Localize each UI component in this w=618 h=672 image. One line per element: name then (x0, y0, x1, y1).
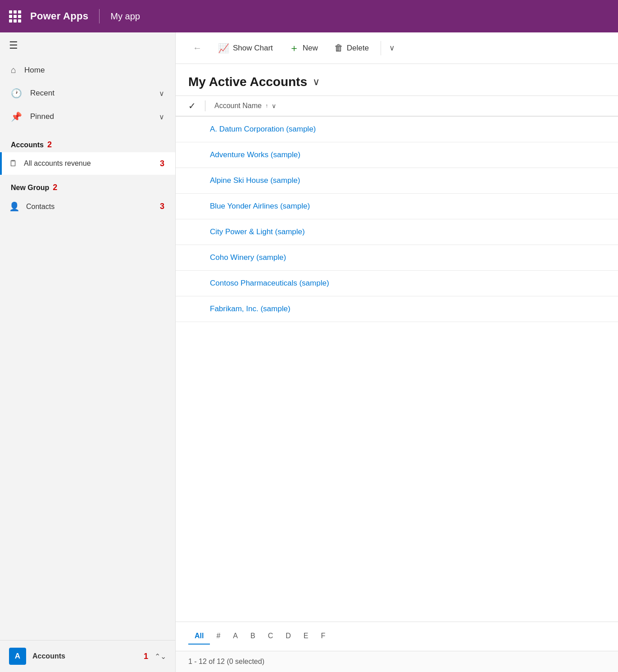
new-group-section: New Group 2 👤 Contacts 3 (0, 175, 175, 218)
sidebar-item-all-accounts-revenue[interactable]: 🗒 All accounts revenue 3 (0, 152, 175, 175)
accounts-section: Accounts 2 🗒 All accounts revenue 3 (0, 132, 175, 175)
all-accounts-badge: 3 (160, 159, 164, 168)
table-body: A. Datum Corporation (sample)Adventure W… (176, 117, 618, 622)
footer-badge: 1 (144, 652, 148, 661)
pagination-letter-d[interactable]: D (279, 628, 297, 645)
app-title: Power Apps (30, 10, 88, 22)
title-chevron-icon[interactable]: ∨ (313, 76, 320, 88)
show-chart-button[interactable]: 📈 Show Chart (212, 39, 279, 57)
pagination-letter-#[interactable]: # (210, 628, 227, 645)
accounts-badge: 2 (47, 140, 52, 150)
pinned-chevron-icon: ∨ (159, 113, 164, 121)
account-link[interactable]: Contoso Pharmaceuticals (sample) (210, 279, 329, 288)
accounts-section-title: Accounts 2 (0, 132, 175, 152)
recent-chevron-icon: ∨ (159, 89, 164, 98)
page-title: My Active Accounts (188, 75, 307, 89)
header-divider (99, 9, 100, 23)
contacts-label: Contacts (26, 203, 154, 211)
table-row[interactable]: City Power & Light (sample) (176, 219, 618, 245)
all-accounts-icon: 🗒 (9, 159, 18, 168)
table-row[interactable]: Blue Yonder Airlines (sample) (176, 194, 618, 219)
footer-account-label: Accounts (32, 652, 137, 660)
sub-title: My app (110, 11, 140, 22)
status-bar: 1 - 12 of 12 (0 selected) (176, 651, 618, 672)
table-row[interactable]: Alpine Ski House (sample) (176, 168, 618, 194)
contacts-badge: 3 (160, 202, 164, 211)
pagination-letter-a[interactable]: A (227, 628, 244, 645)
contacts-icon: 👤 (9, 201, 20, 212)
sidebar-item-pinned-label: Pinned (30, 112, 151, 121)
sort-ascending-icon: ↑ (265, 103, 268, 109)
show-chart-label: Show Chart (233, 44, 273, 53)
footer-chevron-icon: ⌃⌄ (154, 652, 166, 661)
account-link[interactable]: Fabrikam, Inc. (sample) (210, 304, 291, 313)
account-link[interactable]: A. Datum Corporation (sample) (210, 125, 316, 134)
account-link[interactable]: Blue Yonder Airlines (sample) (210, 202, 310, 211)
chevron-down-icon: ∨ (389, 43, 395, 53)
table-row[interactable]: Adventure Works (sample) (176, 142, 618, 168)
account-link[interactable]: Adventure Works (sample) (210, 150, 300, 159)
pagination-letter-all[interactable]: All (188, 628, 210, 645)
new-group-section-title: New Group 2 (0, 175, 175, 195)
sidebar-top: ☰ (0, 32, 175, 55)
sidebar-item-contacts[interactable]: 👤 Contacts 3 (0, 195, 175, 218)
table-row[interactable]: Contoso Pharmaceuticals (sample) (176, 271, 618, 296)
table-row[interactable]: Coho Winery (sample) (176, 245, 618, 271)
select-all-checkbox[interactable]: ✓ (188, 100, 196, 111)
back-button[interactable]: ← (186, 39, 208, 57)
sidebar-nav: ⌂ Home 🕐 Recent ∨ 📌 Pinned ∨ (0, 55, 175, 132)
top-header: Power Apps My app (0, 0, 618, 32)
sidebar-item-home-label: Home (24, 66, 164, 75)
table-row[interactable]: Fabrikam, Inc. (sample) (176, 296, 618, 322)
pagination-letter-e[interactable]: E (297, 628, 315, 645)
sort-icons: ↑ (265, 103, 268, 109)
page-title-bar: My Active Accounts ∨ (176, 64, 618, 95)
account-link[interactable]: Alpine Ski House (sample) (210, 176, 300, 185)
account-link[interactable]: City Power & Light (sample) (210, 227, 305, 236)
status-text: 1 - 12 of 12 (0 selected) (188, 658, 264, 665)
active-indicator (0, 152, 2, 175)
sidebar-footer: A Accounts 1 ⌃⌄ (0, 640, 175, 672)
column-divider (205, 100, 205, 111)
sort-chevron-icon: ∨ (272, 102, 276, 109)
sidebar: ☰ ⌂ Home 🕐 Recent ∨ 📌 Pinned ∨ Accounts … (0, 32, 176, 672)
delete-button[interactable]: 🗑 Delete (328, 39, 375, 57)
recent-icon: 🕐 (11, 88, 22, 99)
sidebar-item-home[interactable]: ⌂ Home (0, 59, 175, 82)
table-row[interactable]: A. Datum Corporation (sample) (176, 117, 618, 142)
footer-account-item[interactable]: A Accounts 1 ⌃⌄ (0, 640, 175, 672)
back-icon: ← (193, 43, 202, 53)
more-options-button[interactable]: ∨ (386, 40, 397, 56)
new-icon: ＋ (289, 41, 299, 55)
chart-icon: 📈 (218, 43, 229, 54)
new-button[interactable]: ＋ New (283, 38, 324, 59)
sidebar-item-recent[interactable]: 🕐 Recent ∨ (0, 82, 175, 105)
pagination-bar: All#ABCDEF (176, 622, 618, 651)
new-group-badge: 2 (53, 183, 57, 192)
pinned-icon: 📌 (11, 111, 22, 122)
account-link[interactable]: Coho Winery (sample) (210, 253, 286, 262)
pagination-letter-b[interactable]: B (244, 628, 262, 645)
table-header: ✓ Account Name ↑ ∨ (176, 95, 618, 117)
new-label: New (303, 44, 318, 53)
main-layout: ☰ ⌂ Home 🕐 Recent ∨ 📌 Pinned ∨ Accounts … (0, 32, 618, 672)
toolbar: ← 📈 Show Chart ＋ New 🗑 Delete ∨ (176, 32, 618, 64)
account-name-column-header[interactable]: Account Name ↑ ∨ (214, 102, 276, 110)
delete-icon: 🗑 (334, 43, 343, 53)
content-area: ← 📈 Show Chart ＋ New 🗑 Delete ∨ My Activ… (176, 32, 618, 672)
sidebar-item-recent-label: Recent (30, 89, 151, 98)
toolbar-divider (381, 41, 381, 55)
pagination-letter-f[interactable]: F (315, 628, 332, 645)
hamburger-icon[interactable]: ☰ (9, 41, 166, 50)
footer-avatar: A (9, 648, 26, 665)
sidebar-item-pinned[interactable]: 📌 Pinned ∨ (0, 105, 175, 128)
delete-label: Delete (347, 44, 369, 53)
home-icon: ⌂ (11, 65, 16, 75)
pagination-letter-c[interactable]: C (262, 628, 280, 645)
apps-grid-icon[interactable] (7, 9, 23, 24)
all-accounts-label: All accounts revenue (24, 159, 154, 168)
account-name-label: Account Name (214, 102, 262, 110)
